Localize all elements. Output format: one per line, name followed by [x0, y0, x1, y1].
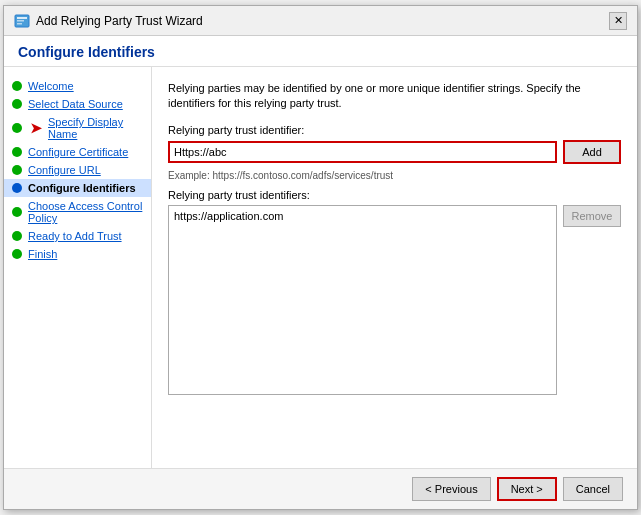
sidebar-item-finish[interactable]: Finish [4, 245, 151, 263]
step-label-select-data-source: Select Data Source [28, 98, 123, 110]
dialog-body: WelcomeSelect Data Source➤Specify Displa… [4, 67, 637, 468]
content-panel: Relying parties may be identified by one… [152, 67, 637, 468]
step-label-configure-url: Configure URL [28, 164, 101, 176]
title-bar-title: Add Relying Party Trust Wizard [36, 14, 203, 28]
page-title: Configure Identifiers [18, 44, 623, 60]
step-dot-specify-display-name [12, 123, 22, 133]
title-bar-left: Add Relying Party Trust Wizard [14, 13, 203, 29]
svg-rect-3 [17, 23, 22, 25]
identifiers-list: https://application.com [168, 205, 557, 395]
sidebar-item-configure-certificate[interactable]: Configure Certificate [4, 143, 151, 161]
description-text: Relying parties may be identified by one… [168, 81, 621, 112]
step-label-choose-access-control: Choose Access Control Policy [28, 200, 143, 224]
example-text: Example: https://fs.contoso.com/adfs/ser… [168, 170, 621, 181]
dialog-footer: < Previous Next > Cancel [4, 468, 637, 509]
step-label-welcome: Welcome [28, 80, 74, 92]
step-label-finish: Finish [28, 248, 57, 260]
dialog-header: Configure Identifiers [4, 36, 637, 67]
identifier-field-label: Relying party trust identifier: [168, 124, 621, 136]
step-dot-ready-to-add [12, 231, 22, 241]
wizard-icon [14, 13, 30, 29]
add-button[interactable]: Add [563, 140, 621, 164]
step-dot-configure-identifiers [12, 183, 22, 193]
sidebar-item-choose-access-control[interactable]: Choose Access Control Policy [4, 197, 151, 227]
list-remove-row: https://application.com Remove [168, 205, 621, 395]
list-item[interactable]: https://application.com [172, 209, 553, 223]
sidebar-item-specify-display-name[interactable]: ➤Specify Display Name [4, 113, 151, 143]
step-dot-select-data-source [12, 99, 22, 109]
step-dot-configure-certificate [12, 147, 22, 157]
sidebar-item-configure-url[interactable]: Configure URL [4, 161, 151, 179]
step-dot-configure-url [12, 165, 22, 175]
step-label-configure-certificate: Configure Certificate [28, 146, 128, 158]
remove-button[interactable]: Remove [563, 205, 621, 227]
identifier-input[interactable] [168, 141, 557, 163]
step-label-configure-identifiers: Configure Identifiers [28, 182, 136, 194]
svg-rect-1 [17, 17, 27, 19]
step-label-ready-to-add: Ready to Add Trust [28, 230, 122, 242]
identifier-row: Add [168, 140, 621, 164]
step-dot-finish [12, 249, 22, 259]
sidebar-item-configure-identifiers[interactable]: Configure Identifiers [4, 179, 151, 197]
sidebar-item-select-data-source[interactable]: Select Data Source [4, 95, 151, 113]
sidebar-item-welcome[interactable]: Welcome [4, 77, 151, 95]
sidebar-item-ready-to-add[interactable]: Ready to Add Trust [4, 227, 151, 245]
svg-rect-2 [17, 20, 24, 22]
close-button[interactable]: ✕ [609, 12, 627, 30]
next-button[interactable]: Next > [497, 477, 557, 501]
red-arrow-icon: ➤ [30, 120, 42, 136]
previous-button[interactable]: < Previous [412, 477, 490, 501]
add-relying-party-wizard: Add Relying Party Trust Wizard ✕ Configu… [3, 5, 638, 510]
list-label: Relying party trust identifiers: [168, 189, 621, 201]
step-label-specify-display-name: Specify Display Name [48, 116, 143, 140]
title-bar: Add Relying Party Trust Wizard ✕ [4, 6, 637, 36]
step-dot-welcome [12, 81, 22, 91]
cancel-button[interactable]: Cancel [563, 477, 623, 501]
steps-panel: WelcomeSelect Data Source➤Specify Displa… [4, 67, 152, 468]
step-dot-choose-access-control [12, 207, 22, 217]
